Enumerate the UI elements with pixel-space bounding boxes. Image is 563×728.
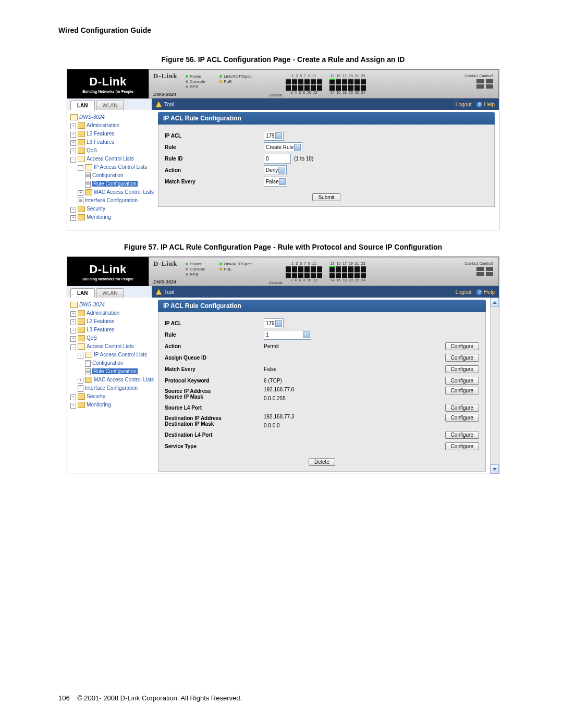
tree-monitoring[interactable]: Monitoring — [87, 214, 111, 220]
device-brand: D-Link — [153, 72, 177, 80]
tree-ip-acl[interactable]: IP Access Control Lists — [94, 164, 147, 170]
logout-link[interactable]: Logout — [456, 289, 472, 295]
rule-label: Rule — [165, 144, 264, 150]
vertical-scrollbar[interactable] — [490, 298, 499, 474]
tab-lan[interactable]: LAN — [70, 288, 95, 298]
assign-queue-label: Assign Queue ID — [165, 355, 264, 361]
panel-title: IP ACL Rule Configuration — [158, 300, 486, 312]
tree-administration[interactable]: Administration — [87, 122, 119, 128]
power-led-icon — [186, 75, 188, 78]
source-ip-label: Source IP AddressSource IP Mask — [165, 388, 264, 400]
tree-mac-acl[interactable]: MAC Access Control Lists — [94, 189, 154, 195]
tree-qos[interactable]: QoS — [87, 147, 97, 153]
figure-56-caption: Figure 56. IP ACL Configuration Page - C… — [58, 55, 508, 64]
tree-configuration[interactable]: Configuration — [92, 172, 123, 178]
collapse-icon[interactable]: - — [70, 157, 76, 163]
ipacl-label: IP ACL — [165, 133, 264, 139]
rps-led-label: RPS — [190, 84, 198, 89]
ruleid-hint: (1 to 10) — [294, 156, 313, 162]
tree-root[interactable]: DWS-3024 — [79, 302, 105, 307]
figure-56-text: IP ACL Configuration Page - Create a Rul… — [198, 55, 405, 64]
configure-matchevery-button[interactable]: Configure — [445, 365, 479, 373]
ipacl-select[interactable]: 179 — [264, 318, 284, 328]
combo-slot-icon — [476, 79, 484, 83]
help-icon: ? — [476, 102, 482, 107]
scroll-up-button[interactable] — [491, 298, 499, 307]
tree-l3-features[interactable]: L3 Features — [87, 327, 114, 332]
tree-rule-configuration[interactable]: Rule Configuration — [92, 181, 138, 187]
dest-mask-value: 0.0.0.0 — [264, 423, 280, 428]
help-link[interactable]: ?Help — [476, 289, 495, 295]
logout-link[interactable]: Logout — [456, 102, 472, 107]
tree-interface-config[interactable]: Interface Configuration — [85, 198, 138, 203]
ipacl-select[interactable]: 179 — [264, 131, 284, 141]
console-led-icon — [186, 80, 188, 83]
help-link[interactable]: ?Help — [476, 102, 495, 107]
configure-srcip-button[interactable]: Configure — [445, 387, 479, 394]
tree-root[interactable]: DWS-3024 — [79, 114, 105, 120]
configure-dstl4-button[interactable]: Configure — [445, 431, 479, 439]
page-header: Wired Configuration Guide — [58, 26, 508, 34]
matchevery-label: Match Every — [165, 366, 264, 372]
tree-security[interactable]: Security — [87, 206, 105, 212]
configure-dstip-button[interactable]: Configure — [445, 414, 479, 422]
poe-led-label: PoE — [224, 79, 231, 84]
tool-menu[interactable]: Tool — [164, 102, 174, 107]
matchevery-select[interactable]: False — [264, 177, 287, 187]
dlink-logo: D-Link Building Networks for People — [67, 257, 149, 286]
action-select[interactable]: Deny — [264, 165, 287, 175]
configure-svctype-button[interactable]: Configure — [445, 442, 479, 450]
tree-mac-acl[interactable]: MAC Access Control Lists — [94, 377, 154, 382]
panel-title: IP ACL Rule Configuration — [158, 112, 495, 125]
tab-wlan[interactable]: WLAN — [96, 288, 125, 298]
rule-label: Rule — [165, 332, 264, 338]
tool-icon — [156, 102, 162, 107]
tool-icon — [156, 289, 162, 295]
screenshot-56: D-Link Building Networks for People D-Li… — [67, 69, 499, 230]
tab-lan[interactable]: LAN — [70, 101, 95, 110]
submit-button[interactable]: Submit — [312, 193, 340, 201]
tree-configuration[interactable]: Configuration — [92, 360, 123, 366]
tree-rule-configuration[interactable]: Rule Configuration — [92, 368, 138, 374]
configure-srcl4-button[interactable]: Configure — [445, 404, 479, 412]
configure-protocol-button[interactable]: Configure — [445, 377, 479, 385]
figure-57-caption: Figure 57. IP ACL Rule Configuration Pag… — [58, 243, 508, 251]
tree-acl[interactable]: Access Control Lists — [87, 343, 134, 349]
screenshot-57: D-Link Building Networks for People D-Li… — [67, 256, 499, 474]
rule-select[interactable]: Create Rule — [264, 142, 302, 152]
ipacl-label: IP ACL — [165, 320, 264, 326]
scroll-down-button[interactable] — [491, 464, 499, 474]
rule-select[interactable]: 1 — [264, 330, 311, 340]
tree-administration[interactable]: Administration — [87, 310, 119, 316]
expand-icon[interactable]: + — [70, 124, 76, 129]
delete-button[interactable]: Delete — [309, 458, 335, 466]
tree-l2-features[interactable]: L2 Features — [87, 131, 114, 137]
device-front-panel: D-Link DWS-3024 Power Console RPS Link/A… — [149, 257, 499, 286]
service-type-label: Service Type — [165, 443, 264, 449]
configure-action-button[interactable]: Configure — [445, 342, 479, 350]
nav-tree: DWS-3024 +Administration +L2 Features +L… — [67, 110, 154, 230]
tool-menu[interactable]: Tool — [164, 289, 174, 295]
tree-ip-acl[interactable]: IP Access Control Lists — [94, 352, 147, 357]
device-front-panel: D-Link DWS-3024 Power Console RPS Link/A… — [149, 69, 499, 98]
page-number: 106 — [58, 694, 70, 702]
tree-interface-config[interactable]: Interface Configuration — [85, 385, 138, 391]
tree-acl[interactable]: Access Control Lists — [87, 156, 134, 162]
tree-qos[interactable]: QoS — [87, 335, 97, 341]
logo-text: D-Link — [89, 75, 126, 89]
ruleid-input[interactable] — [264, 154, 291, 164]
figure-56-number: Figure 56. — [162, 55, 196, 64]
tab-wlan[interactable]: WLAN — [96, 101, 125, 110]
dest-ip-value: 192.168.77.3 — [264, 414, 294, 419]
tree-l2-features[interactable]: L2 Features — [87, 318, 114, 324]
tree-l3-features[interactable]: L3 Features — [87, 139, 114, 145]
nav-tabs: LAN WLAN — [67, 98, 152, 110]
console-led-label: Console — [190, 79, 205, 84]
port-icon — [286, 79, 291, 84]
tree-security[interactable]: Security — [87, 393, 105, 399]
configure-queue-button[interactable]: Configure — [445, 354, 479, 362]
tree-monitoring[interactable]: Monitoring — [87, 402, 111, 408]
dlink-logo: D-Link Building Networks for People — [67, 69, 149, 98]
source-mask-value: 0.0.0.255 — [264, 396, 286, 401]
dest-l4-label: Destination L4 Port — [165, 432, 264, 438]
